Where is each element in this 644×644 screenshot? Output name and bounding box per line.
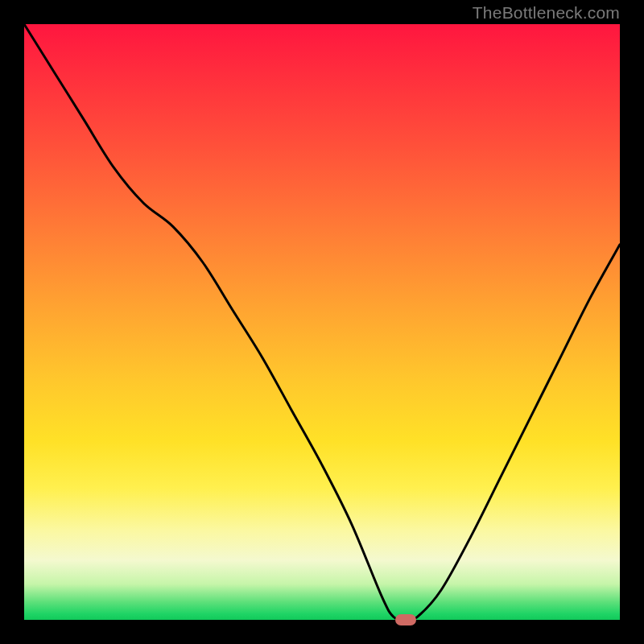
- bottleneck-curve: [24, 24, 620, 620]
- plot-area: [24, 24, 620, 620]
- watermark-text: TheBottleneck.com: [473, 3, 620, 23]
- curve-path: [24, 24, 620, 620]
- minimum-marker: [395, 614, 416, 625]
- chart-frame: TheBottleneck.com: [0, 0, 644, 644]
